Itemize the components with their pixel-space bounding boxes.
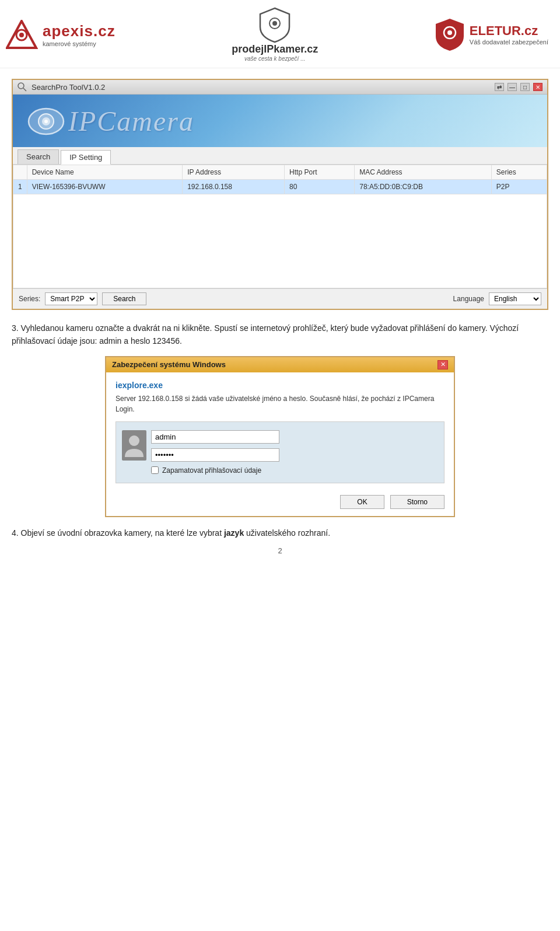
apexis-sub: kamerové systémy xyxy=(43,40,116,47)
eletur-name: ELETUR.cz xyxy=(470,23,548,39)
step4-text-after: uživatelského rozhraní. xyxy=(244,528,330,538)
camera-title: IPCamera xyxy=(68,105,194,137)
cell-http-port: 80 xyxy=(285,180,355,194)
window-controls[interactable]: ⇄ — □ ✕ xyxy=(495,83,542,91)
dialog-body: iexplore.exe Server 192.168.0.158 si žád… xyxy=(106,372,454,489)
center-site-sub: vaše cesta k bezpečí ... xyxy=(244,55,306,62)
bottom-right: Language English xyxy=(453,292,541,305)
col-series: Series xyxy=(491,165,547,180)
col-http-port: Http Port xyxy=(285,165,355,180)
apexis-logo-icon xyxy=(6,20,38,49)
step4-text-before: 4. Objeví se úvodní obrazovka kamery, na… xyxy=(12,528,224,538)
cell-ip-address: 192.168.0.158 xyxy=(183,180,285,194)
tab-search[interactable]: Search xyxy=(18,149,59,164)
series-label: Series: xyxy=(19,295,40,303)
eletur-text-block: ELETUR.cz Váš dodavatel zabezpečení xyxy=(470,23,548,46)
step4-text: 4. Objeví se úvodní obrazovka kamery, na… xyxy=(12,526,548,539)
eletur-sub: Váš dodavatel zabezpečení xyxy=(470,39,548,46)
eletur-shield-icon xyxy=(435,18,465,51)
dialog-buttons: OK Storno xyxy=(106,489,454,516)
credentials-area: Zapamatovat přihlašovací údaje xyxy=(116,421,444,483)
col-mac-address: MAC Address xyxy=(355,165,492,180)
ok-button[interactable]: OK xyxy=(340,495,384,509)
window-bottom-bar: Series: Smart P2P Search Language Englis… xyxy=(13,288,547,309)
col-device-name: Device Name xyxy=(27,165,182,180)
dialog-description: Server 192.168.0.158 si žádá vaše uživat… xyxy=(116,393,444,414)
svg-point-4 xyxy=(272,21,277,26)
svg-point-7 xyxy=(18,83,24,89)
device-table-area: Device Name IP Address Http Port MAC Add… xyxy=(13,165,547,288)
window-tabs: Search IP Setting xyxy=(13,147,547,165)
svg-line-8 xyxy=(23,88,26,91)
remember-row: Zapamatovat přihlašovací údaje xyxy=(151,466,436,475)
language-select[interactable]: English xyxy=(489,292,541,305)
user-avatar xyxy=(122,430,146,461)
table-row[interactable]: 1 VIEW-165396-BVUWW 192.168.0.158 80 78:… xyxy=(13,180,547,194)
series-select[interactable]: Smart P2P xyxy=(45,292,97,305)
col-ip-address: IP Address xyxy=(183,165,285,180)
window-titlebar: SearchPro ToolV1.0.2 ⇄ — □ ✕ xyxy=(13,80,547,95)
header-logos: apexis.cz kamerové systémy prodejIPkamer… xyxy=(0,0,560,68)
remember-label: Zapamatovat přihlašovací údaje xyxy=(162,466,261,475)
window-title-area: SearchPro ToolV1.0.2 xyxy=(18,82,105,92)
svg-point-13 xyxy=(129,435,139,446)
minimize-button[interactable]: — xyxy=(508,83,517,91)
step3-text: 3. Vyhledanou kameru označte a dvakrát n… xyxy=(12,322,548,348)
svg-point-2 xyxy=(19,33,24,37)
dialog-titlebar: Zabezpečení systému Windows ✕ xyxy=(106,357,454,372)
dialog-app-name: iexplore.exe xyxy=(116,381,444,390)
maximize-button[interactable]: □ xyxy=(520,83,530,91)
device-table: Device Name IP Address Http Port MAC Add… xyxy=(13,165,547,194)
password-input[interactable] xyxy=(151,448,279,462)
logo-apexis: apexis.cz kamerové systémy xyxy=(6,20,116,49)
bottom-left: Series: Smart P2P Search xyxy=(19,292,146,305)
logo-center: prodejIPkamer.cz vaše cesta k bezpečí ..… xyxy=(232,7,318,62)
row-num: 1 xyxy=(13,180,27,194)
col-num xyxy=(13,165,27,180)
dialog-title: Zabezpečení systému Windows xyxy=(112,360,226,369)
camera-eye-icon xyxy=(24,99,68,143)
main-content: SearchPro ToolV1.0.2 ⇄ — □ ✕ IPCamera xyxy=(0,68,560,567)
table-spacer xyxy=(13,194,547,288)
security-dialog: Zabezpečení systému Windows ✕ iexplore.e… xyxy=(105,356,455,517)
camera-banner-logo xyxy=(24,99,68,143)
shield-icon xyxy=(259,7,291,43)
dialog-close-button[interactable]: ✕ xyxy=(438,360,448,369)
remember-checkbox[interactable] xyxy=(151,466,159,474)
apexis-text-block: apexis.cz kamerové systémy xyxy=(43,22,116,47)
avatar-icon xyxy=(125,434,144,457)
camera-banner: IPCamera xyxy=(13,95,547,147)
cancel-button[interactable]: Storno xyxy=(390,495,444,509)
step4-bold-word: jazyk xyxy=(224,528,244,538)
close-button[interactable]: ✕ xyxy=(533,83,542,91)
logo-right: ELETUR.cz Váš dodavatel zabezpečení xyxy=(435,18,548,51)
tab-ip-setting[interactable]: IP Setting xyxy=(61,150,111,165)
apexis-name: apexis.cz xyxy=(43,22,116,40)
search-button[interactable]: Search xyxy=(102,292,146,305)
searchpro-window: SearchPro ToolV1.0.2 ⇄ — □ ✕ IPCamera xyxy=(12,79,548,310)
cell-series: P2P xyxy=(491,180,547,194)
cell-mac-address: 78:A5:DD:0B:C9:DB xyxy=(355,180,492,194)
language-label: Language xyxy=(453,295,484,303)
svg-point-12 xyxy=(44,120,48,123)
swap-button[interactable]: ⇄ xyxy=(495,83,504,91)
page-number: 2 xyxy=(12,546,548,561)
center-site-name: prodejIPkamer.cz xyxy=(232,43,318,55)
search-icon xyxy=(18,82,27,92)
svg-point-6 xyxy=(447,30,452,35)
cell-device-name: VIEW-165396-BVUWW xyxy=(27,180,182,194)
username-input[interactable] xyxy=(151,430,279,444)
window-title-text: SearchPro ToolV1.0.2 xyxy=(32,83,105,92)
